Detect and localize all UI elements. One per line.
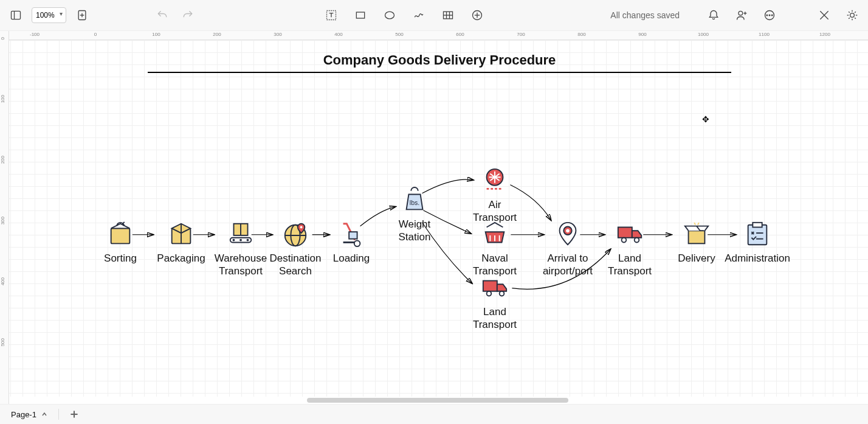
airplane-icon (481, 167, 509, 195)
top-toolbar: 100% (0, 0, 868, 31)
chevron-up-icon (41, 411, 47, 417)
svg-point-38 (239, 239, 242, 242)
svg-rect-44 (349, 232, 357, 239)
text-tool-button[interactable] (322, 5, 341, 25)
tab-page-1[interactable]: Page-1 (6, 408, 52, 422)
truck-icon (481, 274, 509, 302)
package-icon (167, 220, 195, 248)
svg-line-28 (855, 18, 856, 19)
zoom-select[interactable]: 100% (32, 7, 66, 23)
svg-point-43 (300, 226, 303, 229)
ship-icon (481, 220, 509, 248)
table-tool-button[interactable] (438, 5, 458, 25)
open-box-icon (683, 220, 711, 248)
node-label: WeightStation (399, 218, 431, 244)
node-sorting[interactable]: Sorting (87, 220, 154, 265)
svg-rect-61 (689, 231, 705, 243)
svg-line-27 (849, 12, 850, 13)
design-tools-button[interactable] (815, 5, 834, 25)
location-pin-icon (554, 220, 582, 248)
svg-point-22 (850, 13, 855, 18)
notifications-button[interactable] (704, 5, 723, 25)
node-loading[interactable]: Loading (318, 220, 385, 265)
svg-line-30 (849, 18, 850, 19)
globe-pin-icon (281, 220, 309, 248)
undo-button[interactable] (153, 5, 172, 25)
node-label: LandTransport (473, 305, 517, 332)
svg-point-59 (622, 238, 627, 243)
more-menu-button[interactable] (760, 5, 779, 25)
svg-point-57 (566, 229, 570, 232)
node-delivery[interactable]: Delivery (663, 220, 730, 265)
svg-rect-58 (618, 228, 632, 238)
svg-point-54 (487, 291, 492, 296)
redo-button[interactable] (178, 5, 198, 25)
node-label: Arrival toairport/port (543, 252, 593, 278)
share-button[interactable] (732, 5, 751, 25)
save-status: All changes saved (610, 10, 680, 20)
svg-point-46 (354, 241, 360, 247)
ellipse-tool-button[interactable] (380, 5, 399, 25)
move-cursor-icon: ✥ (702, 114, 709, 124)
freehand-tool-button[interactable] (409, 5, 429, 25)
svg-text:lbs.: lbs. (410, 199, 419, 206)
add-page-button[interactable] (72, 5, 92, 25)
svg-point-39 (247, 239, 249, 242)
node-naval-transport[interactable]: NavalTransport (461, 220, 528, 278)
svg-point-7 (385, 12, 394, 19)
truck-icon (616, 220, 644, 248)
conveyor-icon (227, 220, 255, 248)
node-label: WarehouseTransport (215, 252, 267, 278)
hand-truck-icon (337, 220, 365, 248)
diagram-title-text: Company Goods Delivery Procedure (148, 52, 731, 68)
tab-label: Page-1 (11, 410, 36, 419)
node-land-transport-branch[interactable]: LandTransport (461, 274, 528, 332)
node-administration[interactable]: Administration (724, 220, 791, 265)
rectangle-tool-button[interactable] (351, 5, 370, 25)
node-arrival[interactable]: Arrival toairport/port (534, 220, 601, 278)
svg-rect-53 (483, 281, 497, 291)
svg-point-20 (769, 15, 770, 16)
horizontal-scrollbar[interactable] (9, 397, 868, 404)
vertical-ruler: 0 100 200 300 400 500 (0, 31, 9, 404)
svg-rect-63 (753, 223, 762, 228)
svg-point-19 (766, 15, 768, 16)
weight-scale-icon: lbs. (401, 186, 429, 214)
svg-point-60 (635, 238, 639, 243)
add-tab-button[interactable] (65, 408, 83, 421)
box-sort-icon (106, 220, 134, 248)
node-packaging[interactable]: Packaging (148, 220, 215, 265)
clipboard-check-icon (743, 220, 771, 248)
node-label: Administration (725, 252, 790, 265)
svg-rect-62 (748, 225, 767, 245)
node-label: DestinationSearch (269, 252, 321, 278)
theme-toggle-button[interactable] (842, 5, 862, 25)
svg-point-15 (739, 11, 743, 15)
node-label: Packaging (157, 252, 205, 265)
svg-point-55 (500, 291, 505, 296)
diagram-title[interactable]: Company Goods Delivery Procedure (148, 52, 731, 73)
node-land-transport[interactable]: LandTransport (596, 220, 663, 278)
svg-rect-0 (12, 11, 21, 19)
canvas[interactable]: Company Goods Delivery Procedure ✥ (9, 40, 868, 397)
node-label: Loading (333, 252, 370, 265)
svg-line-29 (855, 12, 856, 13)
svg-rect-6 (356, 12, 364, 18)
node-label: Sorting (104, 252, 137, 265)
node-label: Delivery (678, 252, 715, 265)
node-weight-station[interactable]: lbs. WeightStation (381, 186, 448, 244)
svg-point-21 (771, 15, 773, 16)
plus-icon (70, 410, 78, 419)
sidebar-toggle-button[interactable] (6, 5, 26, 25)
add-shape-button[interactable] (467, 5, 487, 25)
horizontal-ruler: -100 0 100 200 300 400 500 600 700 800 9… (9, 31, 868, 40)
svg-point-37 (233, 239, 235, 242)
page-tabs: Page-1 (0, 404, 868, 424)
svg-rect-31 (111, 228, 130, 243)
node-air-transport[interactable]: AirTransport (461, 167, 528, 224)
node-label: LandTransport (608, 252, 652, 278)
